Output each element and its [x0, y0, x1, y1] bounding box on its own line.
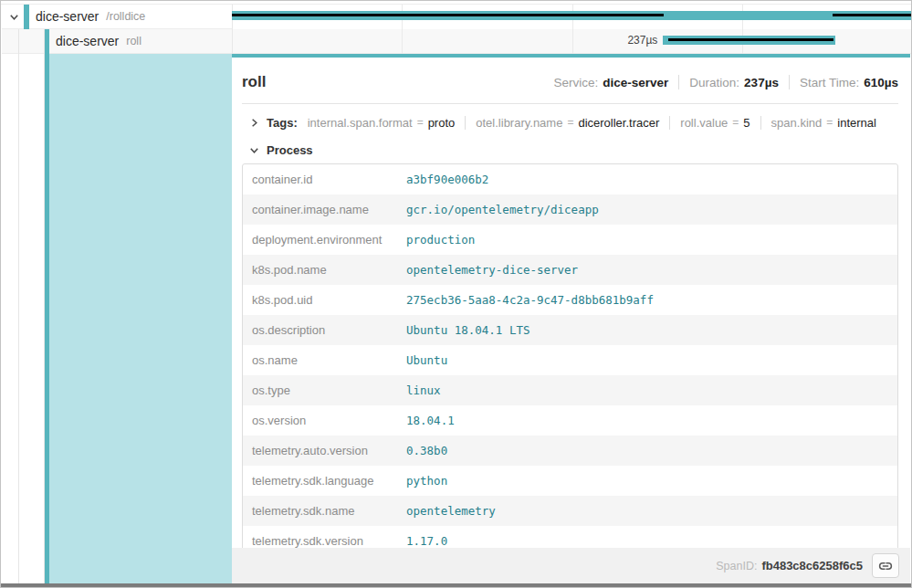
- trace-timeline: 237µs: [232, 5, 912, 54]
- span-duration-label: 237µs: [232, 33, 663, 47]
- tag-value: 5: [743, 116, 750, 130]
- kv-key: telemetry.sdk.version: [252, 534, 406, 548]
- kv-value: Ubuntu: [406, 353, 447, 367]
- indent-guide: [18, 29, 19, 583]
- span-detail-footer: SpanID: fb483c8c6258f6c5: [232, 548, 910, 583]
- tag-equals: =: [417, 116, 424, 129]
- span-title: roll: [242, 73, 266, 91]
- header-divider: [242, 103, 898, 104]
- tag-separator: [760, 116, 761, 130]
- tag-equals: =: [826, 116, 833, 129]
- start-time-label: Start Time:: [800, 76, 859, 89]
- kv-value: python: [406, 474, 447, 488]
- critical-path-segment: [668, 38, 834, 41]
- operation-name: /rolldice: [106, 10, 145, 23]
- tag-value: proto: [428, 116, 456, 130]
- kv-key: k8s.pod.uid: [252, 293, 406, 307]
- span-row-rolldice[interactable]: dice-server /rolldice: [2, 5, 232, 29]
- kv-value: a3bf90e006b2: [406, 173, 488, 186]
- tag-key: otel.library.name: [476, 116, 562, 130]
- table-row: k8s.pod.uid 275ecb36-5aa8-4c2a-9c47-d8bb…: [243, 285, 897, 315]
- kv-key: container.id: [252, 173, 406, 186]
- start-time-value: 610µs: [864, 76, 898, 89]
- tag-list: internal.span.format = proto otel.librar…: [308, 116, 876, 130]
- critical-path-segment: [833, 14, 912, 16]
- kv-key: telemetry.sdk.language: [252, 474, 406, 488]
- kv-key: telemetry.sdk.name: [252, 504, 406, 518]
- table-row: os.version 18.04.1: [243, 405, 897, 436]
- service-name: dice-server: [56, 34, 119, 48]
- kv-key: k8s.pod.name: [252, 263, 406, 277]
- meta-separator: [678, 75, 679, 89]
- table-row: container.image.name gcr.io/opentelemetr…: [243, 194, 897, 225]
- meta-separator: [789, 75, 790, 89]
- tag-equals: =: [567, 116, 573, 129]
- duration-label: Duration:: [689, 76, 739, 89]
- process-accordion[interactable]: Process: [242, 141, 898, 159]
- tag-equals: =: [732, 116, 739, 129]
- kv-value: opentelemetry: [406, 504, 496, 518]
- kv-key: container.image.name: [252, 203, 406, 216]
- table-row: os.description Ubuntu 18.04.1 LTS: [243, 315, 897, 345]
- kv-key: deployment.environment: [252, 233, 406, 247]
- link-icon: [878, 559, 893, 573]
- kv-key: os.type: [252, 383, 406, 397]
- chevron-right-icon[interactable]: [248, 117, 260, 129]
- table-row: os.name Ubuntu: [243, 345, 897, 375]
- kv-value: opentelemetry-dice-server: [406, 263, 578, 277]
- critical-path-segment: [232, 14, 664, 16]
- jaeger-trace-view-window: dice-server /rolldice dice-server roll 2…: [0, 0, 912, 588]
- kv-key: os.description: [252, 323, 406, 337]
- chevron-down-icon[interactable]: [8, 11, 20, 23]
- tag-separator: [669, 116, 670, 130]
- process-key-value-table: container.id a3bf90e006b2 container.imag…: [242, 163, 898, 557]
- tags-accordion[interactable]: Tags: internal.span.format = proto otel.…: [242, 112, 898, 132]
- span-detail-panel: roll Service: dice-server Duration: 237µ…: [232, 54, 910, 583]
- tag-value: diceroller.tracer: [578, 116, 659, 130]
- table-row: os.type linux: [243, 375, 897, 405]
- service-name: dice-server: [36, 9, 99, 24]
- table-row: telemetry.auto.version 0.38b0: [243, 436, 897, 466]
- process-section-label: Process: [267, 143, 313, 157]
- tag-separator: [465, 116, 466, 130]
- span-color-block: [24, 5, 29, 29]
- kv-value: 1.17.0: [406, 534, 447, 548]
- kv-key: telemetry.auto.version: [252, 444, 406, 457]
- table-row: container.id a3bf90e006b2: [243, 164, 897, 194]
- span-id-value: fb483c8c6258f6c5: [761, 559, 863, 572]
- span-row-roll-selected[interactable]: dice-server roll: [2, 29, 232, 54]
- tag-key: roll.value: [680, 116, 728, 130]
- kv-value: gcr.io/opentelemetry/diceapp: [406, 203, 599, 216]
- kv-value: 0.38b0: [406, 444, 447, 457]
- table-row: deployment.environment production: [243, 225, 897, 255]
- service-value: dice-server: [603, 76, 668, 89]
- deep-link-button[interactable]: [872, 553, 899, 578]
- operation-name: roll: [126, 35, 142, 47]
- kv-value: Ubuntu 18.04.1 LTS: [406, 323, 529, 337]
- table-row: telemetry.sdk.language python: [243, 466, 897, 496]
- span-name-column: dice-server /rolldice dice-server roll: [2, 5, 232, 583]
- kv-value: 275ecb36-5aa8-4c2a-9c47-d8bb681b9aff: [406, 293, 654, 307]
- tag-value: internal: [837, 116, 876, 130]
- tag-key: internal.span.format: [308, 116, 413, 130]
- kv-key: os.version: [252, 414, 406, 427]
- duration-value: 237µs: [744, 76, 779, 89]
- kv-value: production: [406, 233, 475, 247]
- kv-value: linux: [406, 383, 441, 397]
- kv-key: os.name: [252, 353, 406, 367]
- span-id-label: SpanID:: [716, 560, 757, 572]
- table-row: telemetry.sdk.name opentelemetry: [243, 496, 897, 526]
- selected-span-highlight: [49, 54, 232, 583]
- tag-key: span.kind: [771, 116, 823, 130]
- window-bottom-edge: [1, 583, 911, 587]
- table-row: k8s.pod.name opentelemetry-dice-server: [243, 255, 897, 285]
- service-label: Service:: [553, 76, 598, 89]
- span-meta: Service: dice-server Duration: 237µs Sta…: [553, 75, 898, 89]
- chevron-down-icon[interactable]: [248, 144, 260, 156]
- kv-value: 18.04.1: [406, 414, 455, 427]
- tags-section-label: Tags:: [267, 116, 298, 130]
